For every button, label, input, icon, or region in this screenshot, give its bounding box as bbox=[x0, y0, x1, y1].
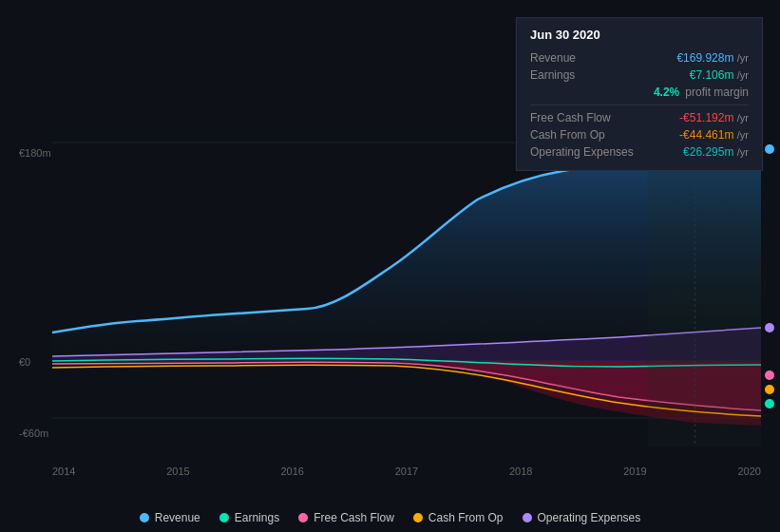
y-axis-label-mid: €0 bbox=[19, 356, 30, 368]
tooltip-fcf-value: -€51.192m /yr bbox=[679, 111, 749, 124]
tooltip-date: Jun 30 2020 bbox=[530, 28, 749, 42]
chart-legend: Revenue Earnings Free Cash Flow Cash Fro… bbox=[0, 511, 780, 524]
chart-svg bbox=[52, 133, 761, 446]
x-axis: 2014 2015 2016 2017 2018 2019 2020 bbox=[52, 466, 761, 477]
tooltip-margin-row: 4.2% profit margin bbox=[530, 84, 749, 101]
profit-margin-value: 4.2% bbox=[654, 86, 679, 99]
tooltip-earnings-label: Earnings bbox=[530, 68, 575, 82]
tooltip-fcf-row: Free Cash Flow -€51.192m /yr bbox=[530, 109, 749, 126]
x-label-2019: 2019 bbox=[623, 466, 646, 477]
tooltip-opex-row: Operating Expenses €26.295m /yr bbox=[530, 143, 749, 161]
legend-fcf[interactable]: Free Cash Flow bbox=[298, 511, 394, 524]
legend-cfo-label: Cash From Op bbox=[428, 511, 504, 524]
tooltip-earnings-row: Earnings €7.106m /yr bbox=[530, 66, 749, 84]
tooltip-revenue-row: Revenue €169.928m /yr bbox=[530, 49, 749, 66]
legend-earnings-dot bbox=[219, 513, 229, 522]
legend-cfo[interactable]: Cash From Op bbox=[413, 511, 504, 524]
legend-opex-label: Operating Expenses bbox=[538, 511, 641, 524]
tooltip-opex-label: Operating Expenses bbox=[530, 145, 634, 159]
tooltip-revenue-value: €169.928m /yr bbox=[676, 51, 749, 65]
x-label-2017: 2017 bbox=[395, 466, 418, 477]
x-label-2020: 2020 bbox=[738, 466, 761, 477]
legend-fcf-dot bbox=[298, 513, 308, 522]
earnings-indicator bbox=[765, 399, 774, 408]
legend-revenue[interactable]: Revenue bbox=[140, 511, 200, 524]
svg-rect-5 bbox=[648, 133, 761, 446]
x-label-2015: 2015 bbox=[166, 466, 189, 477]
tooltip-panel: Jun 30 2020 Revenue €169.928m /yr Earnin… bbox=[516, 17, 763, 171]
legend-revenue-label: Revenue bbox=[155, 511, 200, 524]
legend-opex[interactable]: Operating Expenses bbox=[523, 511, 641, 524]
legend-earnings[interactable]: Earnings bbox=[219, 511, 279, 524]
tooltip-cfo-label: Cash From Op bbox=[530, 128, 605, 142]
x-label-2014: 2014 bbox=[52, 466, 75, 477]
tooltip-divider bbox=[530, 104, 749, 105]
legend-opex-dot bbox=[523, 513, 532, 522]
legend-earnings-label: Earnings bbox=[235, 511, 279, 524]
y-axis-label-bot: -€60m bbox=[19, 428, 48, 439]
profit-margin-label: profit margin bbox=[685, 86, 749, 99]
legend-revenue-dot bbox=[140, 513, 149, 522]
tooltip-fcf-label: Free Cash Flow bbox=[530, 111, 611, 124]
legend-cfo-dot bbox=[413, 513, 423, 522]
x-label-2016: 2016 bbox=[281, 466, 304, 477]
y-axis-label-top: €180m bbox=[19, 147, 51, 159]
revenue-indicator bbox=[765, 144, 774, 154]
x-label-2018: 2018 bbox=[509, 466, 532, 477]
tooltip-opex-value: €26.295m /yr bbox=[683, 145, 749, 159]
opex-indicator bbox=[765, 323, 774, 332]
legend-fcf-label: Free Cash Flow bbox=[314, 511, 394, 524]
tooltip-earnings-value: €7.106m /yr bbox=[690, 68, 749, 82]
tooltip-revenue-label: Revenue bbox=[530, 51, 576, 65]
tooltip-cfo-value: -€44.461m /yr bbox=[679, 128, 749, 142]
cfo-indicator bbox=[765, 385, 774, 394]
tooltip-cfo-row: Cash From Op -€44.461m /yr bbox=[530, 126, 749, 143]
fcf-indicator bbox=[765, 370, 774, 380]
